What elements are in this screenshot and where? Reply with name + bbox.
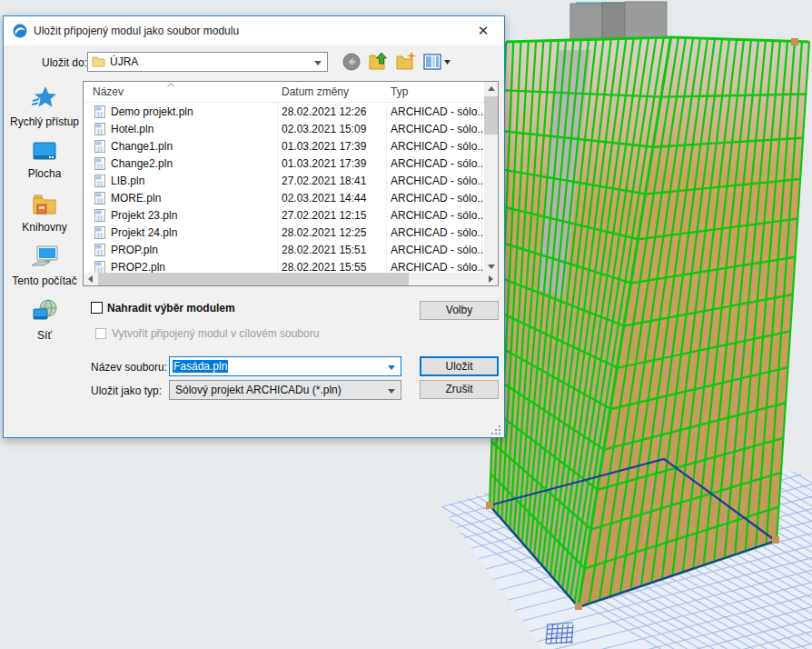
vertical-scroll-thumb[interactable] <box>484 96 498 135</box>
resize-grip[interactable] <box>491 425 500 434</box>
file-row[interactable]: Hotel.pln 02.03.2021 15:09 ARCHICAD - só… <box>84 121 486 138</box>
chevron-down-icon <box>388 389 395 394</box>
desktop-icon <box>31 141 58 163</box>
file-type: ARCHICAD - sólo... <box>391 209 483 222</box>
file-row[interactable]: Projekt 23.pln 27.02.2021 12:15 ARCHICAD… <box>84 207 486 225</box>
scroll-left-icon[interactable] <box>88 275 93 283</box>
save-to-combobox[interactable]: ÚJRA <box>87 52 328 72</box>
file-row[interactable]: Change2.pln 01.03.2021 17:39 ARCHICAD - … <box>84 155 486 173</box>
view-menu-icon[interactable] <box>422 51 451 73</box>
pln-file-icon <box>94 123 105 135</box>
filename-input[interactable]: Fasáda.pln <box>169 356 401 376</box>
pln-file-icon <box>94 157 105 170</box>
options-button[interactable]: Volby <box>420 301 499 320</box>
close-icon[interactable]: ✕ <box>470 20 497 42</box>
filetype-select[interactable]: Sólový projekt ARCHICADu (*.pln) <box>169 380 401 400</box>
column-header-name[interactable]: Název <box>93 85 124 98</box>
horizontal-scrollbar[interactable] <box>84 273 498 285</box>
chevron-down-icon <box>388 365 395 370</box>
cancel-button[interactable]: Zrušit <box>420 380 499 399</box>
filename-value: Fasáda.pln <box>173 360 228 373</box>
this-pc-icon <box>30 245 59 270</box>
archicad-logo-icon <box>13 24 27 38</box>
up-one-level-icon[interactable] <box>368 51 390 73</box>
file-name: Projekt 24.pln <box>111 226 272 239</box>
sidebar-item-this-pc[interactable]: Tento počítač <box>10 245 79 287</box>
file-name: Change2.pln <box>111 157 272 170</box>
libraries-icon <box>31 193 58 216</box>
pln-file-icon <box>94 175 105 187</box>
pln-file-icon <box>94 192 105 205</box>
save-to-value: ÚJRA <box>110 55 138 68</box>
file-type: ARCHICAD - sólo... <box>391 244 483 256</box>
pln-file-icon <box>94 226 105 239</box>
pln-file-icon <box>94 140 105 153</box>
list-header: Název Datum změny Typ <box>84 82 498 103</box>
vertical-scrollbar[interactable] <box>484 82 498 273</box>
app-canvas: Uložit připojený modul jako soubor modul… <box>0 0 812 649</box>
file-row[interactable]: LIB.pln 27.02.2021 18:41 ARCHICAD - sólo… <box>84 173 486 190</box>
file-type: ARCHICAD - sólo... <box>391 226 483 239</box>
horizontal-scroll-thumb[interactable] <box>98 273 409 285</box>
filename-label: Název souboru: <box>91 361 167 374</box>
replace-selection-label: Nahradit výběr modulem <box>107 302 235 315</box>
file-type: ARCHICAD - sólo... <box>391 140 483 153</box>
file-date: 27.02.2021 18:41 <box>282 175 383 187</box>
dialog-title: Uložit připojený modul jako soubor modul… <box>34 16 239 45</box>
file-row[interactable]: Projekt 24.pln 28.02.2021 12:25 ARCHICAD… <box>84 225 486 242</box>
create-module-label: Vytvořit připojený modul v cílovém soubo… <box>112 327 319 340</box>
file-name: Change1.pln <box>111 140 272 153</box>
file-name: LIB.pln <box>111 175 272 187</box>
file-type: ARCHICAD - sólo... <box>391 175 483 187</box>
file-row[interactable]: PROP.pln 28.02.2021 15:51 ARCHICAD - sól… <box>84 242 486 259</box>
sidebar-item-libraries[interactable]: Knihovny <box>10 193 79 234</box>
file-date: 02.03.2021 15:09 <box>282 123 383 135</box>
file-row[interactable]: MORE.pln 02.03.2021 14:44 ARCHICAD - sól… <box>84 190 486 207</box>
replace-selection-checkbox[interactable] <box>91 302 103 314</box>
quick-access-icon <box>31 85 58 111</box>
sidebar-item-network[interactable]: Síť <box>10 299 79 342</box>
column-header-type[interactable]: Typ <box>391 85 408 98</box>
file-date: 27.02.2021 12:15 <box>282 209 383 222</box>
scroll-down-icon[interactable] <box>488 265 495 269</box>
pln-file-icon <box>94 261 105 274</box>
sort-asc-icon <box>167 83 174 87</box>
file-list: Název Datum změny Typ Demo projekt.pln 2… <box>83 81 499 286</box>
file-row[interactable]: Demo projekt.pln 28.02.2021 12:26 ARCHIC… <box>84 104 486 121</box>
save-module-dialog: Uložit připojený modul jako soubor modul… <box>3 15 505 438</box>
scroll-up-icon[interactable] <box>488 86 495 91</box>
dialog-titlebar[interactable]: Uložit připojený modul jako soubor modul… <box>4 16 504 45</box>
network-icon <box>31 299 58 324</box>
file-type: ARCHICAD - sólo... <box>391 105 483 118</box>
column-header-date[interactable]: Datum změny <box>282 85 349 98</box>
back-icon[interactable] <box>341 51 362 73</box>
filetype-value: Sólový projekt ARCHICADu (*.pln) <box>175 384 342 396</box>
file-rows: Demo projekt.pln 28.02.2021 12:26 ARCHIC… <box>84 104 486 276</box>
file-type: ARCHICAD - sólo... <box>391 123 483 135</box>
sidebar-item-quick-access[interactable]: Rychlý přístup <box>10 85 79 128</box>
new-folder-icon[interactable] <box>395 51 417 73</box>
file-date: 28.02.2021 15:51 <box>282 244 383 256</box>
filetype-label: Uložit jako typ: <box>91 384 162 397</box>
pln-file-icon <box>94 209 105 222</box>
file-name: MORE.pln <box>111 192 272 205</box>
file-name: PROP.pln <box>111 244 272 256</box>
save-to-label: Uložit do: <box>42 56 87 69</box>
file-row[interactable]: Change1.pln 01.03.2021 17:39 ARCHICAD - … <box>84 138 486 155</box>
chevron-down-icon <box>314 61 322 65</box>
create-module-checkbox <box>95 328 106 339</box>
sidebar-item-desktop[interactable]: Plocha <box>10 141 79 180</box>
places-sidebar: Rychlý přístup Plocha Knihovny <box>10 81 79 401</box>
save-button[interactable]: Uložit <box>420 356 499 376</box>
file-name: Demo projekt.pln <box>111 105 272 118</box>
file-date: 28.02.2021 15:55 <box>282 261 383 274</box>
file-date: 01.03.2021 17:39 <box>282 140 383 153</box>
file-date: 02.03.2021 14:44 <box>282 192 383 205</box>
scroll-right-icon[interactable] <box>489 275 493 283</box>
file-date: 28.02.2021 12:25 <box>282 226 383 239</box>
pln-file-icon <box>94 105 105 118</box>
file-name: Projekt 23.pln <box>111 209 272 222</box>
file-name: PROP2.pln <box>111 261 272 274</box>
file-date: 01.03.2021 17:39 <box>282 157 383 170</box>
folder-icon <box>92 55 106 68</box>
